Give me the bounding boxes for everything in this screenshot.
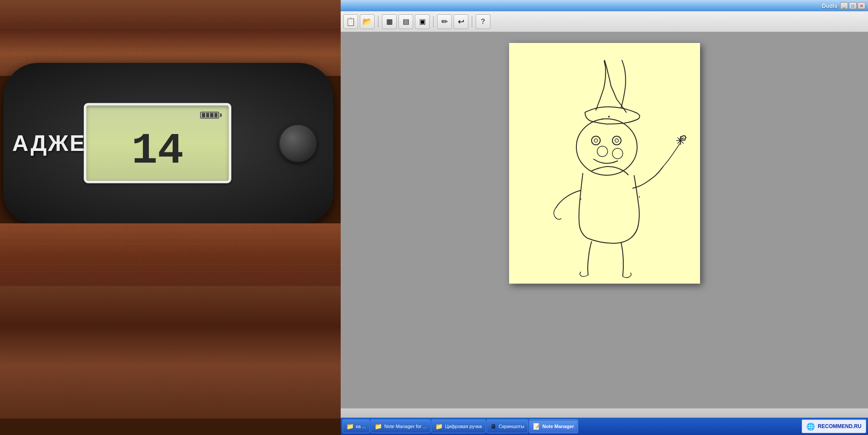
taskbar-item-3[interactable]: 📁 Цифровая ручка <box>431 419 486 433</box>
toolbar-separator-1 <box>378 16 378 27</box>
svg-point-5 <box>597 146 608 157</box>
status-bar <box>341 408 868 418</box>
taskbar-item-4[interactable]: 🖥 Скриншоты <box>487 419 528 433</box>
taskbar-item-5[interactable]: 📝 Note Manager <box>529 419 578 433</box>
taskbar-label-1: ка ... <box>356 424 366 429</box>
recommend-label: RECOMMEND.RU <box>818 423 861 429</box>
device-power-button[interactable] <box>279 124 317 162</box>
recommend-badge[interactable]: 🌐 RECOMMEND.RU <box>802 419 866 433</box>
lcd-display-value: 14 <box>132 130 184 173</box>
svg-point-12 <box>602 118 603 120</box>
left-photo-section: АДЖЕТ 14 <box>0 0 341 435</box>
taskbar-icon-1: 📁 <box>346 423 354 430</box>
help-button[interactable]: ? <box>476 14 490 29</box>
leather-bottom <box>0 286 341 419</box>
pen-tool-button[interactable]: ✏ <box>437 14 452 29</box>
title-bar-title: Dudls <box>822 3 838 9</box>
title-bar: Dudls _ □ ✕ <box>341 0 868 11</box>
taskbar-label-3: Цифровая ручка <box>445 424 482 429</box>
taskbar-icon-5: 📝 <box>533 423 540 430</box>
taskbar-item-2[interactable]: 📁 Note Manager for ... <box>371 419 431 433</box>
battery-indicator <box>200 112 222 119</box>
maximize-button[interactable]: □ <box>849 2 857 9</box>
svg-point-11 <box>608 116 610 118</box>
recommend-icon: 🌐 <box>806 422 815 431</box>
sticky-note[interactable] <box>509 43 700 284</box>
taskbar-item-1[interactable]: 📁 ка ... <box>342 419 370 433</box>
taskbar-icon-3: 📁 <box>435 423 443 430</box>
svg-point-1 <box>592 136 600 145</box>
svg-point-13 <box>580 199 581 200</box>
taskbar-label-2: Note Manager for ... <box>384 424 427 429</box>
svg-point-2 <box>594 139 598 142</box>
view-list-button[interactable]: ▤ <box>398 14 413 29</box>
device-body: АДЖЕТ 14 <box>3 63 333 223</box>
leather-middle <box>0 223 341 293</box>
right-app-section: Dudls _ □ ✕ 📋 📂 ▦ ▤ ▣ ✏ ↩ <box>341 0 868 418</box>
toolbar-separator-2 <box>433 16 434 27</box>
undo-button[interactable]: ↩ <box>454 14 468 29</box>
taskbar: 📁 ка ... 📁 Note Manager for ... 📁 Цифров… <box>341 418 868 435</box>
title-bar-controls: _ □ ✕ <box>840 2 865 9</box>
canvas-area[interactable] <box>341 32 868 408</box>
taskbar-icon-4: 🖥 <box>490 423 496 430</box>
close-button[interactable]: ✕ <box>858 2 865 9</box>
toolbar-separator-3 <box>472 16 472 27</box>
svg-point-6 <box>612 148 623 159</box>
new-note-button[interactable]: 📋 <box>343 14 358 29</box>
minimize-button[interactable]: _ <box>840 2 848 9</box>
taskbar-label-5: Note Manager <box>542 424 574 429</box>
taskbar-icon-2: 📁 <box>375 423 382 430</box>
lcd-screen: 14 <box>84 103 231 183</box>
view-grid-button[interactable]: ▦ <box>382 14 397 29</box>
open-file-button[interactable]: 📂 <box>360 14 375 29</box>
toolbar: 📋 📂 ▦ ▤ ▣ ✏ ↩ ? <box>341 11 868 32</box>
view-detail-button[interactable]: ▣ <box>415 14 430 29</box>
taskbar-label-4: Скриншоты <box>499 424 524 429</box>
svg-point-3 <box>612 136 621 145</box>
svg-point-4 <box>615 139 618 142</box>
svg-point-14 <box>638 196 640 198</box>
